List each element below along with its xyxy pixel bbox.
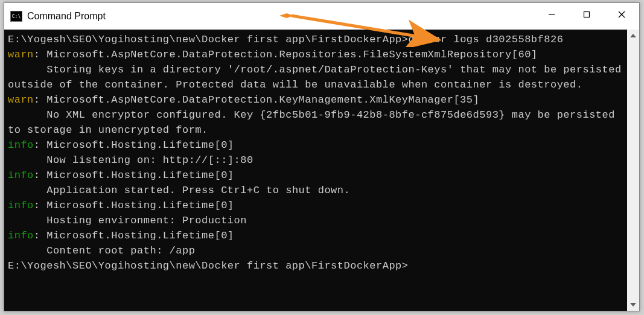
log-prompt-segment: E:\Yogesh\SEO\Yogihosting\new\Docker fir… — [8, 260, 409, 272]
terminal-line: Content root path: /app — [8, 243, 623, 258]
log-text-segment: Storing keys in a directory '/root/.aspn… — [8, 64, 628, 91]
log-warn-segment: warn — [8, 49, 34, 60]
terminal-line: info: Microsoft.Hosting.Lifetime[0] — [8, 198, 623, 213]
log-text-segment: : Microsoft.Hosting.Lifetime[0] — [34, 139, 234, 151]
close-icon — [617, 10, 626, 19]
titlebar[interactable]: C:\ Command Prompt — [4, 3, 639, 30]
log-text-segment: : Microsoft.AspNetCore.DataProtection.Ke… — [34, 94, 479, 106]
terminal-output[interactable]: E:\Yogesh\SEO\Yogihosting\new\Docker fir… — [4, 30, 627, 311]
command-prompt-window: C:\ Command Prompt E:\Yogesh\SEO\Yogihos… — [4, 2, 640, 311]
maximize-button[interactable] — [569, 3, 604, 26]
terminal-line: E:\Yogesh\SEO\Yogihosting\new\Docker fir… — [8, 32, 623, 47]
close-button[interactable] — [604, 3, 639, 26]
log-text-segment: : Microsoft.AspNetCore.DataProtection.Re… — [34, 49, 538, 60]
terminal-line: info: Microsoft.Hosting.Lifetime[0] — [8, 168, 623, 183]
terminal-line: warn: Microsoft.AspNetCore.DataProtectio… — [8, 92, 623, 107]
log-text-segment: Now listening on: http://[::]:80 — [8, 154, 253, 166]
chevron-down-icon — [630, 303, 636, 307]
scroll-down-button[interactable] — [627, 299, 639, 311]
log-info-segment: info — [8, 230, 34, 241]
minimize-icon — [547, 10, 556, 19]
log-text-segment: Application started. Press Ctrl+C to shu… — [8, 185, 350, 196]
window-title: Command Prompt — [27, 11, 106, 22]
terminal-line: E:\Yogesh\SEO\Yogihosting\new\Docker fir… — [8, 258, 623, 273]
terminal-line: Application started. Press Ctrl+C to shu… — [8, 183, 623, 198]
log-info-segment: info — [8, 170, 34, 181]
log-text-segment: : Microsoft.Hosting.Lifetime[0] — [34, 200, 234, 211]
terminal-line: info: Microsoft.Hosting.Lifetime[0] — [8, 228, 623, 243]
scroll-up-button[interactable] — [627, 30, 639, 42]
log-info-segment: info — [8, 200, 34, 211]
log-warn-segment: warn — [8, 94, 34, 106]
svg-rect-1 — [584, 12, 590, 18]
terminal-line: info: Microsoft.Hosting.Lifetime[0] — [8, 138, 623, 153]
log-text-segment: docker logs d302558bf826 — [409, 34, 564, 45]
log-info-segment: info — [8, 139, 34, 151]
maximize-icon — [582, 10, 591, 19]
chevron-up-icon — [630, 34, 636, 37]
log-prompt-segment: E:\Yogesh\SEO\Yogihosting\new\Docker fir… — [8, 34, 409, 45]
log-text-segment: Hosting environment: Production — [8, 215, 247, 226]
terminal-line: warn: Microsoft.AspNetCore.DataProtectio… — [8, 47, 623, 62]
log-text-segment: Content root path: /app — [8, 245, 195, 256]
window-controls — [534, 3, 639, 26]
vertical-scrollbar[interactable] — [627, 30, 639, 311]
app-icon-text: C:\ — [12, 14, 21, 19]
log-text-segment: No XML encryptor configured. Key {2fbc5b… — [8, 109, 622, 136]
log-text-segment: : Microsoft.Hosting.Lifetime[0] — [34, 170, 234, 181]
app-icon: C:\ — [10, 11, 22, 22]
terminal-line: Now listening on: http://[::]:80 — [8, 153, 623, 168]
terminal-line: Hosting environment: Production — [8, 213, 623, 228]
minimize-button[interactable] — [534, 3, 569, 26]
terminal-area[interactable]: E:\Yogesh\SEO\Yogihosting\new\Docker fir… — [4, 30, 639, 311]
terminal-line: No XML encryptor configured. Key {2fbc5b… — [8, 107, 623, 138]
log-text-segment: : Microsoft.Hosting.Lifetime[0] — [34, 230, 234, 241]
terminal-line: Storing keys in a directory '/root/.aspn… — [8, 62, 623, 92]
